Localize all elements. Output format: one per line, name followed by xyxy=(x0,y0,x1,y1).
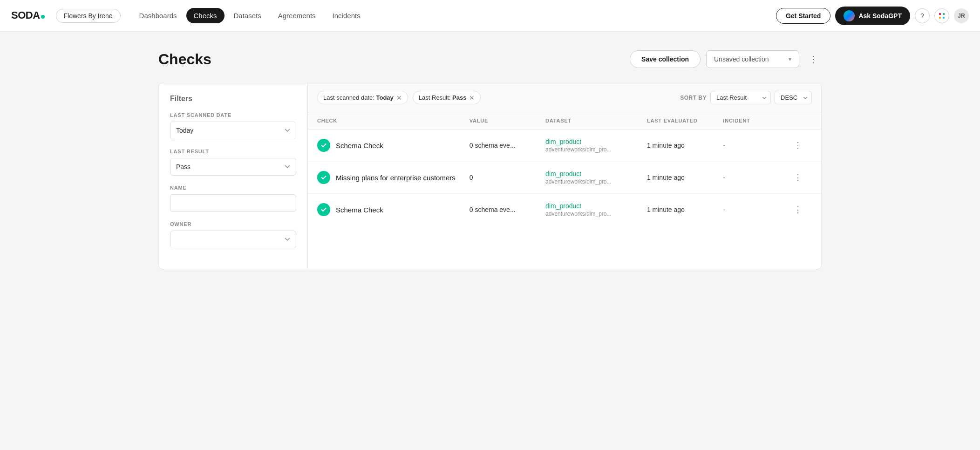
filters-panel: Filters Last Scanned Date Today Yesterda… xyxy=(159,83,308,269)
row-more-button-0[interactable]: ⋮ xyxy=(791,139,804,152)
table-row: Missing plans for enterprise customers 0… xyxy=(308,162,821,194)
ask-soda-button[interactable]: Ask SodaGPT xyxy=(835,7,910,25)
col-header-value: VALUE xyxy=(470,118,545,123)
pass-icon-2 xyxy=(317,203,330,216)
active-filter-last-result: Last Result: Pass ✕ xyxy=(413,91,481,104)
col-header-incident: INCIDENT xyxy=(723,118,784,123)
row-more-button-2[interactable]: ⋮ xyxy=(791,203,804,216)
table-row: Schema Check 0 schema eve... dim_product… xyxy=(308,194,821,225)
collection-dropdown[interactable]: Unsaved collection ▾ xyxy=(706,50,799,68)
dataset-name-1[interactable]: dim_product xyxy=(545,170,647,177)
incident-cell-2: - xyxy=(723,206,784,213)
table-row: Schema Check 0 schema eve... dim_product… xyxy=(308,130,821,162)
checks-layout: Filters Last Scanned Date Today Yesterda… xyxy=(158,83,822,269)
dataset-path-2: adventureworks/dim_pro... xyxy=(545,211,647,217)
remove-last-scanned-filter[interactable]: ✕ xyxy=(396,95,402,101)
pass-icon-1 xyxy=(317,171,330,184)
name-input[interactable] xyxy=(170,194,296,212)
last-scanned-date-select[interactable]: Today Yesterday Last 7 days xyxy=(170,122,296,139)
check-cell-0: Schema Check xyxy=(317,139,470,152)
user-avatar[interactable]: JR xyxy=(954,8,969,23)
row-more-button-1[interactable]: ⋮ xyxy=(791,171,804,184)
check-name-2[interactable]: Schema Check xyxy=(336,206,383,214)
org-selector[interactable]: Flowers By Irene xyxy=(56,9,121,23)
dataset-path-0: adventureworks/dim_pro... xyxy=(545,146,647,153)
col-header-check: CHECK xyxy=(317,118,470,123)
last-evaluated-cell-1: 1 minute ago xyxy=(647,174,723,181)
filter-group-name: Name xyxy=(170,185,296,212)
filters-bar: Last scanned date: Today ✕ Last Result: … xyxy=(308,83,821,112)
nav-item-dashboards[interactable]: Dashboards xyxy=(132,8,184,23)
sort-by-label: SORT BY xyxy=(680,95,707,101)
collection-dropdown-label: Unsaved collection xyxy=(714,55,769,63)
ask-soda-label: Ask SodaGPT xyxy=(858,12,902,20)
remove-last-result-filter[interactable]: ✕ xyxy=(469,95,475,101)
more-options-button[interactable]: ⋮ xyxy=(805,51,822,68)
page-header: Checks Save collection Unsaved collectio… xyxy=(158,50,822,68)
svg-rect-1 xyxy=(939,17,941,19)
filter-group-last-result: Last Result Pass Fail Warning xyxy=(170,149,296,176)
value-cell-0: 0 schema eve... xyxy=(470,142,545,149)
incident-cell-0: - xyxy=(723,142,784,149)
dataset-cell-1: dim_product adventureworks/dim_pro... xyxy=(545,170,647,185)
dataset-name-2[interactable]: dim_product xyxy=(545,202,647,210)
filter-last-result-label: Last Result: Pass xyxy=(419,94,467,101)
pass-icon-0 xyxy=(317,139,330,152)
sort-field-select[interactable]: Last Result Last Evaluated Name xyxy=(710,91,771,104)
check-cell-1: Missing plans for enterprise customers xyxy=(317,171,470,184)
ask-soda-icon xyxy=(844,10,855,21)
value-cell-1: 0 xyxy=(470,174,545,181)
dataset-cell-0: dim_product adventureworks/dim_pro... xyxy=(545,138,647,153)
page-actions: Save collection Unsaved collection ▾ ⋮ xyxy=(630,50,822,68)
slack-button[interactable] xyxy=(934,8,949,23)
dataset-path-1: adventureworks/dim_pro... xyxy=(545,178,647,185)
row-actions-2: ⋮ xyxy=(784,203,812,216)
main-content: Checks Save collection Unsaved collectio… xyxy=(136,32,844,288)
page-title: Checks xyxy=(158,51,630,68)
checks-table-container: Last scanned date: Today ✕ Last Result: … xyxy=(308,83,821,269)
col-header-actions xyxy=(784,118,812,123)
owner-label: Owner xyxy=(170,221,296,227)
last-result-select[interactable]: Pass Fail Warning xyxy=(170,158,296,176)
value-cell-2: 0 schema eve... xyxy=(470,206,545,213)
row-actions-1: ⋮ xyxy=(784,171,812,184)
save-collection-button[interactable]: Save collection xyxy=(630,50,701,68)
last-result-label: Last Result xyxy=(170,149,296,154)
col-header-dataset: DATASET xyxy=(545,118,647,123)
nav-item-incidents[interactable]: Incidents xyxy=(325,8,368,23)
nav-item-datasets[interactable]: Datasets xyxy=(226,8,269,23)
last-scanned-date-label: Last Scanned Date xyxy=(170,112,296,118)
get-started-button[interactable]: Get Started xyxy=(776,8,830,24)
last-evaluated-cell-0: 1 minute ago xyxy=(647,142,723,149)
col-header-last-evaluated: LAST EVALUATED xyxy=(647,118,723,123)
logo-text: SODA xyxy=(11,9,45,22)
svg-rect-3 xyxy=(943,17,945,19)
incident-cell-1: - xyxy=(723,174,784,181)
header: SODA Flowers By Irene Dashboards Checks … xyxy=(0,0,980,32)
checks-table: CHECK VALUE DATASET LAST EVALUATED INCID… xyxy=(308,112,821,225)
last-evaluated-cell-2: 1 minute ago xyxy=(647,206,723,213)
check-cell-2: Schema Check xyxy=(317,203,470,216)
header-right: Get Started Ask SodaGPT ? JR xyxy=(776,7,969,25)
nav-item-checks[interactable]: Checks xyxy=(186,8,225,23)
owner-select[interactable] xyxy=(170,231,296,248)
main-nav: Dashboards Checks Datasets Agreements In… xyxy=(132,8,772,23)
sort-direction-select[interactable]: DESC ASC xyxy=(775,91,812,104)
nav-item-agreements[interactable]: Agreements xyxy=(271,8,323,23)
check-name-0[interactable]: Schema Check xyxy=(336,142,383,150)
filters-title: Filters xyxy=(170,95,296,103)
table-header: CHECK VALUE DATASET LAST EVALUATED INCID… xyxy=(308,112,821,130)
filter-group-last-scanned: Last Scanned Date Today Yesterday Last 7… xyxy=(170,112,296,139)
dataset-name-0[interactable]: dim_product xyxy=(545,138,647,145)
help-button[interactable]: ? xyxy=(915,8,930,23)
row-actions-0: ⋮ xyxy=(784,139,812,152)
name-label: Name xyxy=(170,185,296,191)
logo: SODA xyxy=(11,9,45,22)
svg-rect-2 xyxy=(943,13,945,15)
chevron-down-icon: ▾ xyxy=(789,56,791,62)
sort-controls: SORT BY Last Result Last Evaluated Name … xyxy=(680,91,812,104)
svg-rect-0 xyxy=(939,13,941,15)
check-name-1[interactable]: Missing plans for enterprise customers xyxy=(336,174,456,182)
dataset-cell-2: dim_product adventureworks/dim_pro... xyxy=(545,202,647,217)
active-filter-last-scanned: Last scanned date: Today ✕ xyxy=(317,91,408,104)
